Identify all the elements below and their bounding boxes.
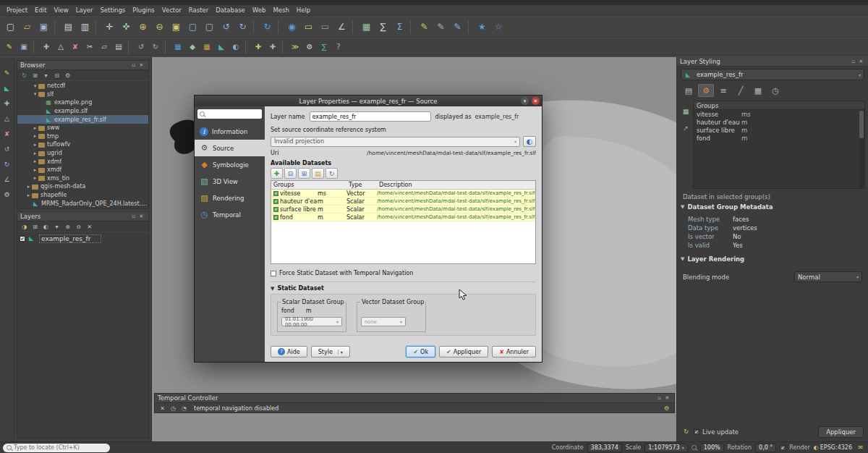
refresh-map-icon[interactable]: ↻ <box>259 19 276 35</box>
tree-item-sww[interactable]: ▸sww <box>17 124 148 132</box>
undock-icon[interactable]: ▫ <box>849 59 857 65</box>
expander-icon[interactable]: ▾ <box>32 91 38 97</box>
select-features-icon[interactable]: ▭ <box>300 19 317 35</box>
blending-mode-select[interactable]: Normal ▾ <box>794 271 862 282</box>
toggle-editing-icon[interactable]: ✎ <box>2 40 17 54</box>
properties-tab-information[interactable]: iInformation <box>195 123 265 140</box>
expander-icon[interactable]: ▸ <box>32 158 38 164</box>
collapse-groups-icon[interactable]: ⊟ <box>284 168 297 179</box>
python-console-icon[interactable]: ≫ <box>288 40 302 54</box>
tree-item-tmp[interactable]: ▸tmp <box>17 132 148 141</box>
menu-raster[interactable]: Raster <box>185 7 212 14</box>
pan-to-selection-icon[interactable]: ✜ <box>118 19 135 35</box>
menu-settings[interactable]: Settings <box>96 7 129 14</box>
add-vector-layer-icon[interactable]: ◆ <box>185 40 200 54</box>
disable-temporal-navigation-icon[interactable]: ✕ <box>158 404 167 412</box>
identify-features-icon[interactable]: ◉ <box>284 19 300 35</box>
live-update-checkbox[interactable]: ✔ <box>694 429 699 435</box>
copy-features-icon[interactable]: ▱ <box>97 40 111 54</box>
add-raster-layer-icon[interactable]: ▦ <box>200 40 214 54</box>
open-attribute-table-icon[interactable]: ▦ <box>358 19 375 35</box>
apply-button[interactable]: ✔ Appliquer <box>439 346 488 357</box>
locator-search[interactable]: Type to locate (Ctrl+K) <box>3 444 110 452</box>
dataset-group-row[interactable]: fondm <box>694 134 864 142</box>
menu-plugins[interactable]: Plugins <box>129 7 158 14</box>
mesh-calculator-icon[interactable]: ∑ <box>317 40 331 54</box>
options-icon[interactable]: ⚙ <box>1 190 13 200</box>
save-layer-edits-icon[interactable]: ▣ <box>17 40 31 54</box>
close-icon[interactable]: ✕ <box>663 395 671 402</box>
measure-line-icon[interactable]: ∠ <box>333 19 350 35</box>
coordinate-field[interactable]: 383,3374 <box>587 444 622 452</box>
vertex-tool-icon[interactable]: △ <box>1 114 13 124</box>
zoom-full-icon[interactable]: ▣ <box>168 19 184 35</box>
type-column-header[interactable]: Type <box>346 182 377 188</box>
add-selected-layers-icon[interactable]: ⊞ <box>30 71 40 80</box>
layer-item[interactable]: ✔◣example_res_fr <box>17 234 148 243</box>
paste-features-icon[interactable]: ▤ <box>111 40 126 54</box>
add-mesh-layer-icon[interactable]: ◣ <box>214 40 229 54</box>
deselect-features-icon[interactable]: ▭ <box>317 19 333 35</box>
properties-tab-rendering[interactable]: ▨Rendering <box>195 190 265 206</box>
cancel-button[interactable]: ✘ Annuler <box>492 346 536 357</box>
save-datasets-icon[interactable]: ▤ <box>312 168 324 179</box>
labeling-icon[interactable]: ✎ <box>416 19 433 35</box>
redo-icon[interactable]: ↻ <box>148 40 163 54</box>
styling-tab-vectors[interactable]: ╱ <box>733 84 749 97</box>
ok-button[interactable]: ✔ Ok <box>406 346 435 357</box>
expander-icon[interactable]: ▸ <box>32 151 38 156</box>
help-icon[interactable]: ? <box>331 40 346 54</box>
expand-groups-icon[interactable]: ⊞ <box>298 168 310 179</box>
groups-column-header[interactable]: Groups <box>271 182 346 188</box>
redo-icon[interactable]: ↻ <box>1 159 13 169</box>
dataset-checkbox[interactable]: ✔ <box>273 191 278 196</box>
new-geopackage-layer-icon[interactable]: ✚ <box>265 40 280 54</box>
undock-icon[interactable]: ▫ <box>655 395 663 402</box>
close-icon[interactable]: ✕ <box>137 213 145 220</box>
tree-item-qgis-mesh-data[interactable]: ▸qgis-mesh-data <box>17 182 148 191</box>
tree-item-netcdf[interactable]: ▾netcdf <box>17 82 148 90</box>
menu-edit[interactable]: Edit <box>31 7 50 14</box>
tree-item-xmdf[interactable]: ▸xmdf <box>17 166 148 174</box>
add-feature-icon[interactable]: ✚ <box>39 40 54 54</box>
static-dataset-header[interactable]: ▼ Static Dataset <box>271 281 536 292</box>
dataset-row[interactable]: ✔vitessemsVector/home/vincent/meshData/m… <box>271 190 535 198</box>
menu-layer[interactable]: Layer <box>72 7 97 14</box>
delete-vertex-icon[interactable]: ✘ <box>1 129 13 139</box>
zoom-in-icon[interactable]: ⊕ <box>135 19 151 35</box>
expander-icon[interactable]: ▸ <box>32 133 38 139</box>
menu-vector[interactable]: Vector <box>158 7 185 14</box>
open-layer-styling-icon[interactable]: ◑ <box>20 222 29 231</box>
tree-item-xdmf[interactable]: ▸xdmf <box>17 157 148 166</box>
expander-icon[interactable]: ▸ <box>32 142 38 148</box>
temporal-settings-icon[interactable]: ⚙ <box>662 404 671 412</box>
scalar-group-icon[interactable]: ▦ <box>680 106 692 117</box>
styling-tab-contours[interactable]: ≡ <box>715 84 731 97</box>
undo-icon[interactable]: ↺ <box>134 40 148 54</box>
styling-tab-datasets[interactable]: ▤ <box>681 84 697 97</box>
layer-labeling-options-icon[interactable]: ✎ <box>433 19 449 35</box>
menu-web[interactable]: Web <box>249 7 270 14</box>
render-checkbox[interactable]: ✔ <box>780 445 786 451</box>
filter-browser-icon[interactable]: ▾ <box>41 71 51 80</box>
vertex-tool-icon[interactable]: △ <box>54 40 68 54</box>
project-new-icon[interactable]: ▢ <box>2 19 19 35</box>
minimize-icon[interactable]: ▾ <box>521 97 529 105</box>
data-source-manager-icon[interactable]: ▦ <box>171 40 185 54</box>
reload-datasets-icon[interactable]: ↻ <box>326 168 338 179</box>
styling-tab-history[interactable]: ◷ <box>767 84 783 97</box>
new-shapefile-layer-icon[interactable]: ✚ <box>251 40 265 54</box>
properties-widget-icon[interactable]: ⚙ <box>63 71 72 80</box>
tree-item-tuflowfv[interactable]: ▸tuflowfv <box>17 140 148 149</box>
close-icon[interactable]: ✕ <box>532 97 540 105</box>
menu-mesh[interactable]: Mesh <box>269 7 292 14</box>
menu-project[interactable]: Project <box>3 7 31 14</box>
delete-selected-icon[interactable]: ✘ <box>68 40 82 54</box>
new-print-layout-icon[interactable]: ▤ <box>60 19 77 35</box>
tree-item-example-res-fr-slf[interactable]: ◣example_res_fr.slf <box>17 115 148 124</box>
zoom-to-layer-icon[interactable]: ▢ <box>201 19 218 35</box>
mesh-digitizing-icon[interactable]: ◣ <box>1 83 13 93</box>
manage-map-themes-icon[interactable]: ◐ <box>41 222 51 231</box>
dataset-checkbox[interactable]: ✔ <box>273 207 278 212</box>
layer-diagram-options-icon[interactable]: ✎ <box>449 19 466 35</box>
